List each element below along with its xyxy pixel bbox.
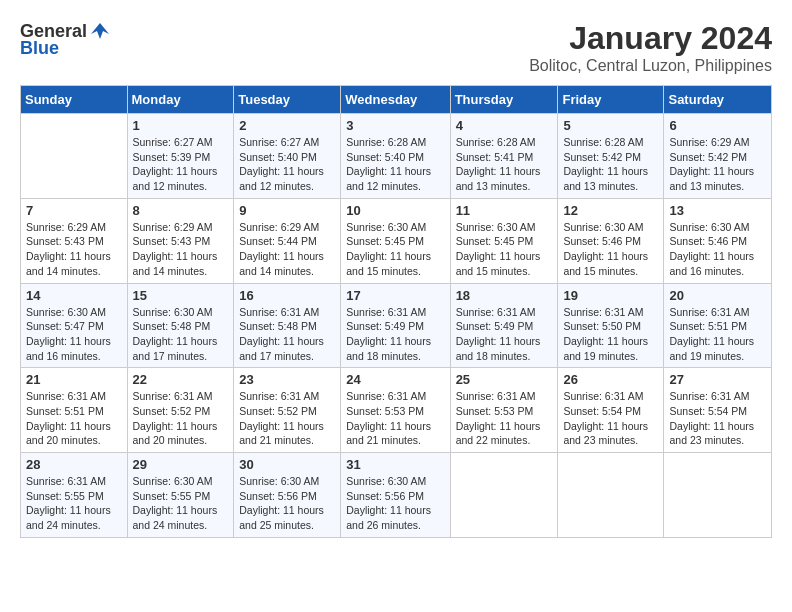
- calendar-cell: 23Sunrise: 6:31 AMSunset: 5:52 PMDayligh…: [234, 368, 341, 453]
- day-header-tuesday: Tuesday: [234, 86, 341, 114]
- day-info: Sunrise: 6:31 AMSunset: 5:48 PMDaylight:…: [239, 305, 335, 364]
- day-number: 30: [239, 457, 335, 472]
- day-info: Sunrise: 6:30 AMSunset: 5:46 PMDaylight:…: [669, 220, 766, 279]
- title-area: January 2024 Bolitoc, Central Luzon, Phi…: [529, 20, 772, 75]
- week-row-3: 14Sunrise: 6:30 AMSunset: 5:47 PMDayligh…: [21, 283, 772, 368]
- day-number: 8: [133, 203, 229, 218]
- day-info: Sunrise: 6:30 AMSunset: 5:46 PMDaylight:…: [563, 220, 658, 279]
- day-info: Sunrise: 6:31 AMSunset: 5:50 PMDaylight:…: [563, 305, 658, 364]
- calendar-cell: 28Sunrise: 6:31 AMSunset: 5:55 PMDayligh…: [21, 453, 128, 538]
- day-info: Sunrise: 6:31 AMSunset: 5:53 PMDaylight:…: [456, 389, 553, 448]
- day-info: Sunrise: 6:31 AMSunset: 5:49 PMDaylight:…: [456, 305, 553, 364]
- day-number: 17: [346, 288, 444, 303]
- calendar-cell: 14Sunrise: 6:30 AMSunset: 5:47 PMDayligh…: [21, 283, 128, 368]
- calendar-cell: 2Sunrise: 6:27 AMSunset: 5:40 PMDaylight…: [234, 114, 341, 199]
- calendar-cell: 22Sunrise: 6:31 AMSunset: 5:52 PMDayligh…: [127, 368, 234, 453]
- day-number: 14: [26, 288, 122, 303]
- day-info: Sunrise: 6:29 AMSunset: 5:43 PMDaylight:…: [26, 220, 122, 279]
- calendar-cell: [558, 453, 664, 538]
- day-number: 1: [133, 118, 229, 133]
- day-info: Sunrise: 6:28 AMSunset: 5:41 PMDaylight:…: [456, 135, 553, 194]
- day-number: 21: [26, 372, 122, 387]
- day-info: Sunrise: 6:29 AMSunset: 5:42 PMDaylight:…: [669, 135, 766, 194]
- day-info: Sunrise: 6:31 AMSunset: 5:54 PMDaylight:…: [563, 389, 658, 448]
- week-row-4: 21Sunrise: 6:31 AMSunset: 5:51 PMDayligh…: [21, 368, 772, 453]
- calendar-cell: 20Sunrise: 6:31 AMSunset: 5:51 PMDayligh…: [664, 283, 772, 368]
- day-number: 2: [239, 118, 335, 133]
- day-info: Sunrise: 6:29 AMSunset: 5:44 PMDaylight:…: [239, 220, 335, 279]
- logo-bird-icon: [89, 20, 111, 42]
- day-number: 16: [239, 288, 335, 303]
- day-number: 18: [456, 288, 553, 303]
- day-info: Sunrise: 6:30 AMSunset: 5:48 PMDaylight:…: [133, 305, 229, 364]
- day-info: Sunrise: 6:28 AMSunset: 5:42 PMDaylight:…: [563, 135, 658, 194]
- calendar-cell: 25Sunrise: 6:31 AMSunset: 5:53 PMDayligh…: [450, 368, 558, 453]
- day-header-monday: Monday: [127, 86, 234, 114]
- day-header-thursday: Thursday: [450, 86, 558, 114]
- day-number: 7: [26, 203, 122, 218]
- day-number: 23: [239, 372, 335, 387]
- day-header-wednesday: Wednesday: [341, 86, 450, 114]
- calendar-cell: 31Sunrise: 6:30 AMSunset: 5:56 PMDayligh…: [341, 453, 450, 538]
- header-row: SundayMondayTuesdayWednesdayThursdayFrid…: [21, 86, 772, 114]
- logo-blue-text: Blue: [20, 38, 59, 59]
- calendar-cell: 19Sunrise: 6:31 AMSunset: 5:50 PMDayligh…: [558, 283, 664, 368]
- calendar-cell: 4Sunrise: 6:28 AMSunset: 5:41 PMDaylight…: [450, 114, 558, 199]
- day-number: 22: [133, 372, 229, 387]
- day-info: Sunrise: 6:30 AMSunset: 5:47 PMDaylight:…: [26, 305, 122, 364]
- day-number: 13: [669, 203, 766, 218]
- day-info: Sunrise: 6:31 AMSunset: 5:52 PMDaylight:…: [133, 389, 229, 448]
- day-number: 9: [239, 203, 335, 218]
- week-row-5: 28Sunrise: 6:31 AMSunset: 5:55 PMDayligh…: [21, 453, 772, 538]
- day-number: 3: [346, 118, 444, 133]
- day-number: 25: [456, 372, 553, 387]
- day-info: Sunrise: 6:30 AMSunset: 5:56 PMDaylight:…: [346, 474, 444, 533]
- calendar-cell: 3Sunrise: 6:28 AMSunset: 5:40 PMDaylight…: [341, 114, 450, 199]
- day-info: Sunrise: 6:31 AMSunset: 5:55 PMDaylight:…: [26, 474, 122, 533]
- day-info: Sunrise: 6:30 AMSunset: 5:56 PMDaylight:…: [239, 474, 335, 533]
- day-info: Sunrise: 6:29 AMSunset: 5:43 PMDaylight:…: [133, 220, 229, 279]
- day-number: 12: [563, 203, 658, 218]
- calendar-cell: [664, 453, 772, 538]
- calendar-cell: 26Sunrise: 6:31 AMSunset: 5:54 PMDayligh…: [558, 368, 664, 453]
- calendar-cell: 18Sunrise: 6:31 AMSunset: 5:49 PMDayligh…: [450, 283, 558, 368]
- location-title: Bolitoc, Central Luzon, Philippines: [529, 57, 772, 75]
- day-number: 24: [346, 372, 444, 387]
- day-header-friday: Friday: [558, 86, 664, 114]
- calendar-cell: [21, 114, 128, 199]
- month-title: January 2024: [529, 20, 772, 57]
- day-header-saturday: Saturday: [664, 86, 772, 114]
- week-row-2: 7Sunrise: 6:29 AMSunset: 5:43 PMDaylight…: [21, 198, 772, 283]
- calendar-cell: 13Sunrise: 6:30 AMSunset: 5:46 PMDayligh…: [664, 198, 772, 283]
- calendar-cell: 15Sunrise: 6:30 AMSunset: 5:48 PMDayligh…: [127, 283, 234, 368]
- calendar-cell: 29Sunrise: 6:30 AMSunset: 5:55 PMDayligh…: [127, 453, 234, 538]
- calendar-cell: 12Sunrise: 6:30 AMSunset: 5:46 PMDayligh…: [558, 198, 664, 283]
- day-info: Sunrise: 6:31 AMSunset: 5:51 PMDaylight:…: [26, 389, 122, 448]
- day-number: 4: [456, 118, 553, 133]
- calendar-cell: 21Sunrise: 6:31 AMSunset: 5:51 PMDayligh…: [21, 368, 128, 453]
- day-info: Sunrise: 6:28 AMSunset: 5:40 PMDaylight:…: [346, 135, 444, 194]
- day-number: 10: [346, 203, 444, 218]
- day-info: Sunrise: 6:31 AMSunset: 5:54 PMDaylight:…: [669, 389, 766, 448]
- calendar-table: SundayMondayTuesdayWednesdayThursdayFrid…: [20, 85, 772, 538]
- day-number: 5: [563, 118, 658, 133]
- day-info: Sunrise: 6:30 AMSunset: 5:45 PMDaylight:…: [346, 220, 444, 279]
- calendar-cell: 8Sunrise: 6:29 AMSunset: 5:43 PMDaylight…: [127, 198, 234, 283]
- calendar-cell: 16Sunrise: 6:31 AMSunset: 5:48 PMDayligh…: [234, 283, 341, 368]
- header: General Blue January 2024 Bolitoc, Centr…: [20, 20, 772, 75]
- day-info: Sunrise: 6:27 AMSunset: 5:39 PMDaylight:…: [133, 135, 229, 194]
- day-info: Sunrise: 6:31 AMSunset: 5:49 PMDaylight:…: [346, 305, 444, 364]
- calendar-cell: 10Sunrise: 6:30 AMSunset: 5:45 PMDayligh…: [341, 198, 450, 283]
- week-row-1: 1Sunrise: 6:27 AMSunset: 5:39 PMDaylight…: [21, 114, 772, 199]
- logo: General Blue: [20, 20, 111, 59]
- calendar-cell: 6Sunrise: 6:29 AMSunset: 5:42 PMDaylight…: [664, 114, 772, 199]
- day-info: Sunrise: 6:30 AMSunset: 5:45 PMDaylight:…: [456, 220, 553, 279]
- calendar-cell: 11Sunrise: 6:30 AMSunset: 5:45 PMDayligh…: [450, 198, 558, 283]
- day-info: Sunrise: 6:30 AMSunset: 5:55 PMDaylight:…: [133, 474, 229, 533]
- day-info: Sunrise: 6:31 AMSunset: 5:51 PMDaylight:…: [669, 305, 766, 364]
- day-header-sunday: Sunday: [21, 86, 128, 114]
- svg-marker-0: [91, 23, 109, 39]
- calendar-cell: 17Sunrise: 6:31 AMSunset: 5:49 PMDayligh…: [341, 283, 450, 368]
- calendar-cell: 30Sunrise: 6:30 AMSunset: 5:56 PMDayligh…: [234, 453, 341, 538]
- calendar-cell: 9Sunrise: 6:29 AMSunset: 5:44 PMDaylight…: [234, 198, 341, 283]
